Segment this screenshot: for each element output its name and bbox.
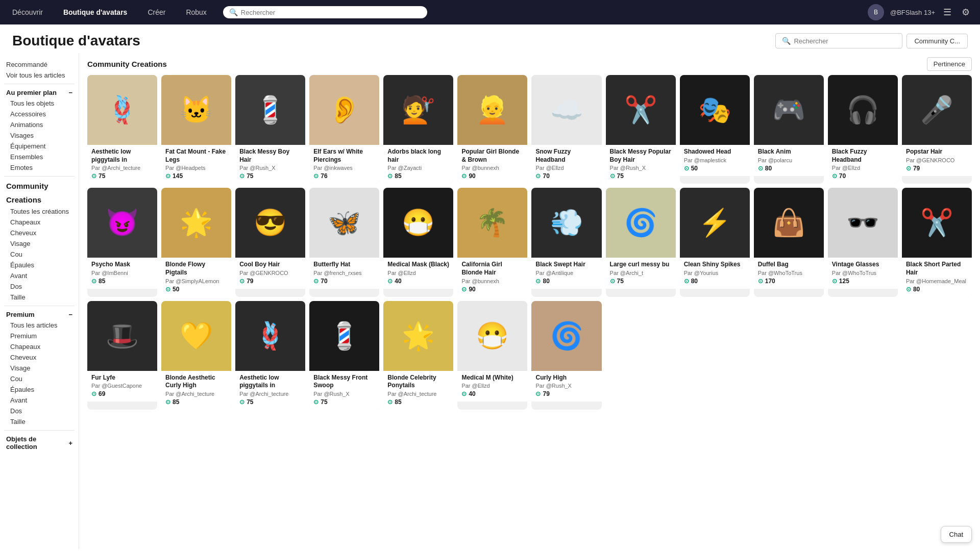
sidebar-au-premier-plan-header[interactable]: Au premier plan − xyxy=(4,87,75,98)
item-card-23[interactable]: ✂️ Black Short Parted Hair Par @Homemade… xyxy=(902,188,972,296)
community-filter-button[interactable]: Community C... xyxy=(906,34,968,48)
robux-icon-3: ⊙ xyxy=(313,172,318,180)
sidebar-creations-dos[interactable]: Dos xyxy=(4,281,75,292)
sidebar-collectibles-header[interactable]: Objets de collection + xyxy=(4,434,75,452)
item-author-24: Par @GuestCapone xyxy=(91,383,153,389)
item-emoji-7: ✂️ xyxy=(624,94,657,126)
sidebar-view-all[interactable]: Voir tous les articles xyxy=(4,70,75,81)
robux-icon-30: ⊙ xyxy=(535,390,541,397)
item-name-11: Popstar Hair xyxy=(906,148,968,156)
item-card-18[interactable]: 💨 Black Swept Hair Par @Antilique ⊙ 80 xyxy=(531,188,601,296)
nav-decouvrir[interactable]: Découvrir xyxy=(8,6,47,18)
item-price-value-1: 145 xyxy=(173,172,183,180)
item-name-18: Black Swept Hair xyxy=(535,261,597,269)
item-card-25[interactable]: 💛 Blonde Aesthetic Curly High Par @Archi… xyxy=(161,301,231,410)
item-card-22[interactable]: 🕶️ Vintage Glasses Par @WhoToTrus ⊙ 125 xyxy=(828,188,898,296)
sidebar-creations-cheveux[interactable]: Cheveux xyxy=(4,228,75,238)
sidebar-item-emotes[interactable]: Emotes xyxy=(4,162,75,173)
item-card-17[interactable]: 🌴 California Girl Blonde Hair Par @bunne… xyxy=(457,188,527,296)
item-card-8[interactable]: 🎭 Shadowed Head Par @maplestick ⊙ 50 xyxy=(680,75,750,184)
item-name-5: Popular Girl Blonde & Brown xyxy=(461,148,523,164)
item-card-21[interactable]: 👜 Duffel Bag Par @WhoToTrus ⊙ 170 xyxy=(754,188,824,296)
item-author-4: Par @Zayacti xyxy=(387,165,449,171)
sidebar-creations-visage[interactable]: Visage xyxy=(4,238,75,249)
sidebar-item-équipement[interactable]: Équipement xyxy=(4,141,75,152)
robux-icon-6: ⊙ xyxy=(535,172,541,180)
sidebar-item-accessoires[interactable]: Accessoires xyxy=(4,109,75,119)
chat-button[interactable]: Chat xyxy=(941,526,972,543)
sidebar-item-ensembles[interactable]: Ensembles xyxy=(4,152,75,162)
sidebar-creations-chapeaux[interactable]: Chapeaux xyxy=(4,217,75,228)
item-card-28[interactable]: 🌟 Blonde Celebrity Ponytails Par @Archi_… xyxy=(383,301,453,410)
sidebar-premium-cheveux[interactable]: Cheveux xyxy=(4,352,75,363)
sidebar-premium-visage[interactable]: Visage xyxy=(4,363,75,373)
sidebar-creations-cou[interactable]: Cou xyxy=(4,249,75,260)
item-card-19[interactable]: 🌀 Large curl messy bu Par @Archi_t ⊙ 75 xyxy=(606,188,676,296)
sidebar-divider-3 xyxy=(4,306,75,306)
item-card-7[interactable]: ✂️ Black Messy Popular Boy Hair Par @Rus… xyxy=(606,75,676,184)
sidebar-recommended[interactable]: Recommandé xyxy=(4,59,75,70)
sidebar-item-tous-les-objets[interactable]: Tous les objets xyxy=(4,98,75,109)
item-card-2[interactable]: 💈 Black Messy Boy Hair Par @Rush_X ⊙ 75 xyxy=(235,75,305,184)
sidebar-premium-header[interactable]: Premium − xyxy=(4,309,75,320)
item-card-4[interactable]: 💇 Adorbs black long hair Par @Zayacti ⊙ … xyxy=(383,75,453,184)
sidebar-creations-toutes-les-créations[interactable]: Toutes les créations xyxy=(4,206,75,217)
robux-icon-25: ⊙ xyxy=(165,398,170,406)
item-card-11[interactable]: 🎤 Popstar Hair Par @GENKROCO ⊙ 79 xyxy=(902,75,972,184)
nav-robux[interactable]: Robux xyxy=(182,6,210,18)
nav-creer[interactable]: Créer xyxy=(143,6,169,18)
item-emoji-20: ⚡ xyxy=(698,207,731,238)
item-price-value-24: 69 xyxy=(99,390,105,397)
sidebar-premium-épaules[interactable]: Épaules xyxy=(4,384,75,395)
sidebar-item-animations[interactable]: Animations xyxy=(4,119,75,130)
item-price-15: ⊙ 70 xyxy=(313,278,375,285)
item-emoji-11: 🎤 xyxy=(920,94,953,126)
item-card-16[interactable]: 😷 Medical Mask (Black) Par @Ellzd ⊙ 40 xyxy=(383,188,453,296)
item-card-26[interactable]: 🪢 Aesthetic low piggytails in Par @Archi… xyxy=(235,301,305,410)
item-info-8: Shadowed Head Par @maplestick ⊙ 50 xyxy=(680,145,750,176)
item-card-13[interactable]: 🌟 Blonde Flowy Pigtails Par @SimplyALemo… xyxy=(161,188,231,296)
item-price-30: ⊙ 79 xyxy=(535,390,597,397)
item-price-value-9: 80 xyxy=(765,165,772,172)
sidebar-creations-avant[interactable]: Avant xyxy=(4,270,75,281)
notifications-icon[interactable]: ☰ xyxy=(941,5,953,20)
item-emoji-4: 💇 xyxy=(402,94,435,126)
username-label: @BFSlash 13+ xyxy=(890,9,935,16)
sidebar-premium-chapeaux[interactable]: Chapeaux xyxy=(4,341,75,352)
sidebar-premium-tous-les-articles[interactable]: Tous les articles xyxy=(4,320,75,331)
item-card-14[interactable]: 😎 Cool Boy Hair Par @GENKROCO ⊙ 79 xyxy=(235,188,305,296)
item-price-value-26: 75 xyxy=(247,398,253,406)
settings-icon[interactable]: ⚙ xyxy=(960,5,972,20)
item-card-15[interactable]: 🦋 Butterfly Hat Par @french_rxses ⊙ 70 xyxy=(309,188,379,296)
sidebar-premium-cou[interactable]: Cou xyxy=(4,373,75,384)
item-card-27[interactable]: 💈 Black Messy Front Swoop Par @Rush_X ⊙ … xyxy=(309,301,379,410)
item-card-20[interactable]: ⚡ Clean Shiny Spikes Par @Yourius ⊙ 80 xyxy=(680,188,750,296)
sidebar-premium-taille[interactable]: Taille xyxy=(4,416,75,427)
item-card-0[interactable]: 🪢 Aesthetic low piggytails in Par @Archi… xyxy=(87,75,157,184)
item-name-19: Large curl messy bu xyxy=(610,261,672,269)
sidebar-creations-taille[interactable]: Taille xyxy=(4,292,75,303)
item-card-6[interactable]: ☁️ Snow Fuzzy Headband Par @Ellzd ⊙ 70 xyxy=(531,75,601,184)
top-search-input[interactable] xyxy=(241,9,421,16)
sort-button[interactable]: Pertinence xyxy=(927,57,972,71)
header-search-input[interactable] xyxy=(794,37,896,45)
sidebar-item-visages[interactable]: Visages xyxy=(4,130,75,141)
item-thumbnail-25: 💛 xyxy=(161,301,231,371)
item-card-5[interactable]: 👱 Popular Girl Blonde & Brown Par @bunne… xyxy=(457,75,527,184)
item-price-25: ⊙ 85 xyxy=(165,398,227,406)
sidebar-creations-épaules[interactable]: Épaules xyxy=(4,260,75,270)
item-info-15: Butterfly Hat Par @french_rxses ⊙ 70 xyxy=(309,258,379,289)
item-card-29[interactable]: 😷 Medical M (White) Par @Ellzd ⊙ 40 xyxy=(457,301,527,410)
item-card-1[interactable]: 🐱 Fat Cat Mount - Fake Legs Par @Headpet… xyxy=(161,75,231,184)
item-card-30[interactable]: 🌀 Curly High Par @Rush_X ⊙ 79 xyxy=(531,301,601,410)
nav-boutique[interactable]: Boutique d'avatars xyxy=(59,6,131,18)
item-card-9[interactable]: 🎮 Black Anim Par @polarcu ⊙ 80 xyxy=(754,75,824,184)
item-card-24[interactable]: 🎩 Fur Lyfe Par @GuestCapone ⊙ 69 xyxy=(87,301,157,410)
item-card-12[interactable]: 😈 Psycho Mask Par @ImBenni ⊙ 85 xyxy=(87,188,157,296)
item-card-3[interactable]: 👂 Elf Ears w/ White Piercings Par @inkwa… xyxy=(309,75,379,184)
sidebar-premium-premium[interactable]: Premium xyxy=(4,331,75,341)
item-name-10: Black Fuzzy Headband xyxy=(832,148,894,164)
item-card-10[interactable]: 🎧 Black Fuzzy Headband Par @Ellzd ⊙ 70 xyxy=(828,75,898,184)
sidebar-premium-avant[interactable]: Avant xyxy=(4,395,75,406)
sidebar-premium-dos[interactable]: Dos xyxy=(4,406,75,416)
